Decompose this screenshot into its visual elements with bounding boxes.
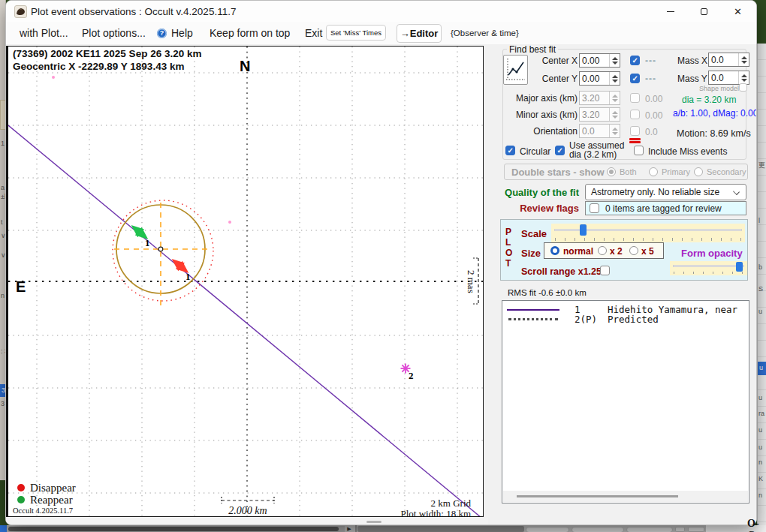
center-y-checkbox[interactable]: [630, 74, 640, 83]
background-text-fragment: ra: [758, 410, 764, 417]
observation-name: Predicted: [608, 314, 659, 325]
size-normal-radio[interactable]: [550, 246, 559, 255]
center-x-checkbox[interactable]: [630, 56, 640, 65]
client-area: 1 1 2 (73369) 2002 KE11 2025 Sep 26 3.20…: [6, 44, 757, 525]
scrollbar-thumb[interactable]: [517, 495, 678, 497]
background-text-fragment: n: [758, 492, 762, 499]
menu-exit[interactable]: Exit: [305, 22, 322, 44]
help-icon: ?: [157, 29, 167, 38]
plot-letter: O: [505, 248, 512, 258]
spin-up-icon[interactable]: [739, 53, 749, 60]
scrollbar-grip[interactable]: [366, 521, 381, 523]
background-selected-row: u: [758, 362, 766, 375]
minor-axis-label: Minor axis (km): [511, 110, 578, 120]
quality-dropdown[interactable]: Astrometry only. No reliable size: [585, 184, 746, 200]
spin-down-icon[interactable]: [610, 79, 620, 86]
background-scrollbar-thumb: [8, 527, 339, 531]
spin-up-icon[interactable]: [610, 72, 620, 79]
scale-slider[interactable]: [551, 224, 745, 242]
review-flags-label: Review flags: [499, 203, 579, 214]
set-miss-times-button[interactable]: Set 'Miss' Times: [326, 25, 386, 41]
size-x5-radio[interactable]: [629, 246, 638, 255]
chevron-down-icon: [733, 188, 740, 195]
center-x-label: Center X: [538, 56, 578, 66]
review-flags-field: 0 items are tagged for review: [585, 201, 746, 215]
spin-up-icon[interactable]: [610, 54, 620, 61]
menu-with-plot[interactable]: with Plot...: [20, 22, 68, 44]
use-assumed-label-2: dia (3.2 km): [569, 149, 617, 160]
background-text-fragment: n: [758, 459, 762, 466]
size-x5-label: x 5: [641, 246, 654, 257]
plot-horizontal-scrollbar[interactable]: [6, 518, 488, 525]
review-flags-checkbox[interactable]: [590, 203, 599, 213]
center-y-spinner[interactable]: 0.00: [579, 71, 620, 86]
occultation-plot: 1 1 2 (73369) 2002 KE11 2025 Sep 26 3.20…: [8, 47, 483, 516]
center-y-dash: ---: [645, 74, 656, 84]
disappear-marker-arrow: [173, 260, 187, 272]
east-label: E: [16, 278, 26, 295]
background-window-bottom-sliver[interactable]: ▶: [0, 525, 766, 532]
mass-y-label: Mass Y: [677, 74, 707, 84]
title-bar[interactable]: Plot event observations : Occult v.4.202…: [6, 1, 756, 22]
legend-reappear: Reappear: [30, 494, 73, 506]
quality-label: Quality of the fit: [499, 187, 579, 198]
spin-down-icon[interactable]: [739, 60, 749, 67]
menu-help[interactable]: Help: [171, 22, 193, 44]
spin-down-icon[interactable]: [610, 61, 620, 68]
reappear-dot-icon: [17, 496, 25, 503]
both-label: Both: [620, 167, 637, 176]
background-window-right-sliver[interactable]: u 更lbSuurauunKn: [757, 44, 766, 532]
predicted-line-sample: [508, 318, 558, 320]
scroll-right-arrow-icon: ▶: [345, 525, 354, 532]
spin-up-icon[interactable]: [739, 71, 749, 78]
plot-title-line2: Geocentric X -2229.89 Y 1893.43 km: [13, 61, 184, 72]
reappear-marker-arrow: [133, 227, 146, 238]
primary-radio: [649, 167, 658, 176]
secondary-label: Secondary: [707, 167, 746, 176]
center-x-dash: ---: [645, 56, 656, 66]
shape-model-label: Shape model: [699, 85, 739, 92]
scale-bar-label: 2.000 km: [228, 505, 267, 516]
double-stars-label: Double stars - show: [511, 167, 605, 178]
circular-label: Circular: [520, 146, 550, 157]
fit-chart-button[interactable]: [503, 55, 528, 85]
mass-x-spinner[interactable]: 0.0: [708, 53, 749, 67]
shape-model-checkbox[interactable]: [739, 83, 747, 92]
red-equals-indicator: [629, 141, 641, 143]
taskbar-fragment: [0, 525, 7, 532]
listbox-horizontal-scrollbar[interactable]: [503, 491, 748, 502]
plot-canvas[interactable]: 1 1 2 (73369) 2002 KE11 2025 Sep 26 3.20…: [6, 46, 484, 517]
size-x2-radio[interactable]: [598, 246, 607, 255]
menu-plot-options[interactable]: Plot options...: [82, 22, 146, 44]
editor-button[interactable]: →Editor: [397, 24, 442, 43]
close-button[interactable]: ✕: [721, 1, 755, 22]
observation-row[interactable]: 2(P) Predicted: [502, 314, 749, 324]
circular-checkbox[interactable]: [505, 146, 515, 155]
include-miss-checkbox[interactable]: [634, 146, 644, 155]
use-assumed-dia-checkbox[interactable]: [555, 146, 565, 155]
observations-listbox[interactable]: 1 Hidehito Yamamura, near 2(P) Predicted: [502, 300, 749, 503]
slider-ticks: [555, 238, 741, 241]
major-axis-label: Major axis (km): [511, 93, 578, 104]
grid-note: 2 km Grid: [431, 497, 472, 509]
minimize-button[interactable]: [653, 1, 687, 22]
background-bar: [357, 526, 524, 532]
center-x-spinner[interactable]: 0.00: [579, 53, 620, 68]
occult-plot-window: Plot event observations : Occult v.4.202…: [5, 0, 757, 525]
size-label: Size: [521, 248, 541, 259]
red-equals-indicator: [629, 138, 641, 140]
size-x2-label: x 2: [610, 246, 623, 257]
maximize-button[interactable]: [687, 1, 721, 22]
plot-title-line1: (73369) 2002 KE11 2025 Sep 26 3.20 km: [13, 48, 201, 59]
form-opacity-label: Form opacity: [681, 248, 743, 259]
scale-slider-thumb[interactable]: [580, 224, 587, 236]
plot-controls-panel: P L O T Scale Size normal x 2 x 5: [500, 219, 748, 281]
major-axis-spinner: 3.20: [579, 91, 620, 105]
scroll-range-checkbox[interactable]: [600, 266, 610, 275]
observation-row[interactable]: 1 Hidehito Yamamura, near: [502, 304, 749, 314]
menu-keep-on-top[interactable]: Keep form on top: [210, 22, 290, 44]
form-opacity-slider[interactable]: [670, 261, 747, 275]
background-text-fragment: S: [758, 286, 763, 293]
rms-fit-label: RMS fit -0.6 ±0.0 km: [508, 288, 587, 297]
opacity-slider-thumb[interactable]: [736, 262, 743, 272]
